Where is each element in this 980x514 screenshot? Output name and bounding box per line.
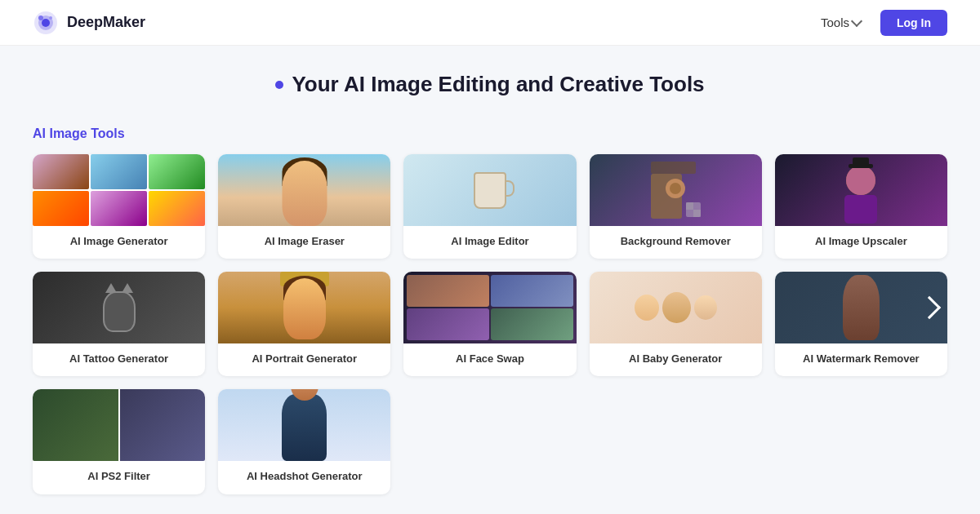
tool-card-image <box>33 389 205 461</box>
logo-icon <box>33 10 59 36</box>
tool-card-image <box>403 154 576 226</box>
baby-gen-preview <box>590 272 762 343</box>
face-swap-cell-1 <box>407 275 489 307</box>
tool-card-label: AI Image Editor <box>403 226 576 259</box>
tool-card-label: AI Tattoo Generator <box>33 343 205 376</box>
tool-card-image <box>590 272 762 343</box>
wm-person <box>843 275 880 340</box>
wm-arrow <box>918 296 941 319</box>
tool-card-label: AI Watermark Remover <box>775 343 947 376</box>
baby-face-3 <box>694 295 717 320</box>
face-swap-preview <box>403 272 576 343</box>
img-gen-mosaic <box>33 154 205 226</box>
tool-card-image <box>33 272 205 343</box>
tool-card-image <box>775 154 947 226</box>
pg-face <box>283 278 326 339</box>
hs-person <box>282 394 327 461</box>
baby-face-1 <box>635 295 659 321</box>
baby-face-2 <box>662 292 691 323</box>
tool-card-label: AI Headshot Generator <box>218 461 390 494</box>
bg-remover-svg <box>647 157 704 223</box>
bg-remover-preview <box>590 154 762 226</box>
tattoo-preview <box>33 272 205 343</box>
svg-rect-14 <box>844 195 877 224</box>
hero-title: Your AI Image Editing and Creative Tools <box>33 72 947 97</box>
svg-rect-10 <box>686 202 693 210</box>
tool-card-ai-portrait-generator[interactable]: AI Portrait Generator <box>218 272 390 376</box>
image-tools-title: AI Image Tools <box>33 126 947 141</box>
ps2-cell-2 <box>120 389 206 461</box>
tool-card-label: AI Portrait Generator <box>218 343 390 376</box>
hero-dot <box>275 81 283 89</box>
tools-label: Tools <box>821 16 849 29</box>
tool-card-image <box>218 389 390 461</box>
chevron-down-icon <box>851 15 862 26</box>
ps2-cell-1 <box>33 389 118 461</box>
header-actions: Tools Log In <box>814 10 947 36</box>
tools-menu[interactable]: Tools <box>814 11 867 34</box>
tool-card-label: AI Image Eraser <box>218 226 390 259</box>
upscaler-preview <box>775 154 947 226</box>
svg-rect-16 <box>853 157 869 166</box>
tattoo-body <box>103 291 136 332</box>
tool-card-ai-image-upscaler[interactable]: AI Image Upscaler <box>775 154 947 259</box>
tool-card-image <box>590 154 762 226</box>
face-swap-cell-2 <box>491 275 573 307</box>
tool-card-ai-image-generator[interactable]: AI Image Generator <box>33 154 205 259</box>
tool-card-image <box>218 272 390 343</box>
tool-card-ai-baby-generator[interactable]: AI Baby Generator <box>590 272 762 376</box>
tool-card-label: AI Baby Generator <box>590 343 762 376</box>
tool-card-image <box>403 272 576 343</box>
svg-rect-6 <box>651 162 696 174</box>
image-tools-section: AI Image Tools AI Image Generator AI Ima… <box>0 113 980 514</box>
tool-card-image <box>33 154 205 226</box>
tool-card-ai-image-eraser[interactable]: AI Image Eraser <box>218 154 390 259</box>
tattoo-cat <box>99 283 140 332</box>
ps2-preview <box>33 389 205 461</box>
headshot-preview <box>218 389 390 461</box>
tool-card-ai-headshot-generator[interactable]: AI Headshot Generator <box>218 389 390 494</box>
brand-name: DeepMaker <box>67 14 145 31</box>
tool-card-image <box>218 154 390 226</box>
face-swap-cell-3 <box>407 308 489 340</box>
tool-card-label: AI PS2 Filter <box>33 461 205 494</box>
tool-card-label: AI Image Upscaler <box>775 226 947 259</box>
portrait-face <box>282 161 327 226</box>
editor-preview <box>403 154 576 226</box>
svg-rect-11 <box>693 210 701 217</box>
brand-area: DeepMaker <box>33 10 145 36</box>
svg-point-13 <box>846 166 875 195</box>
hs-head <box>291 389 318 401</box>
tool-card-ai-tattoo-generator[interactable]: AI Tattoo Generator <box>33 272 205 376</box>
svg-point-2 <box>42 19 50 27</box>
upscaler-svg <box>828 156 893 225</box>
tool-card-ai-watermark-remover[interactable]: AI Watermark Remover <box>775 272 947 376</box>
tool-card-image <box>775 272 947 343</box>
tool-card-label: Background Remover <box>590 226 762 259</box>
tool-card-ai-ps2-filter[interactable]: AI PS2 Filter <box>33 389 205 494</box>
image-tools-grid: AI Image Generator AI Image Eraser <box>33 154 947 494</box>
svg-point-3 <box>38 16 43 20</box>
watermark-preview <box>775 272 947 343</box>
tool-card-ai-image-editor[interactable]: AI Image Editor <box>403 154 576 259</box>
portrait-gen-preview <box>218 272 390 343</box>
tool-card-label: AI Face Swap <box>403 343 576 376</box>
eraser-preview <box>218 154 390 226</box>
header: DeepMaker Tools Log In <box>0 0 980 46</box>
login-button[interactable]: Log In <box>880 10 947 36</box>
svg-point-8 <box>670 183 681 194</box>
tool-card-ai-face-swap[interactable]: AI Face Swap <box>403 272 576 376</box>
mug-handle <box>505 180 514 197</box>
face-swap-cell-4 <box>491 308 573 340</box>
svg-point-4 <box>49 16 52 20</box>
tool-card-background-remover[interactable]: Background Remover <box>590 154 762 259</box>
mug-shape <box>474 172 506 209</box>
tool-card-label: AI Image Generator <box>33 226 205 259</box>
hero-section: Your AI Image Editing and Creative Tools <box>0 46 980 113</box>
